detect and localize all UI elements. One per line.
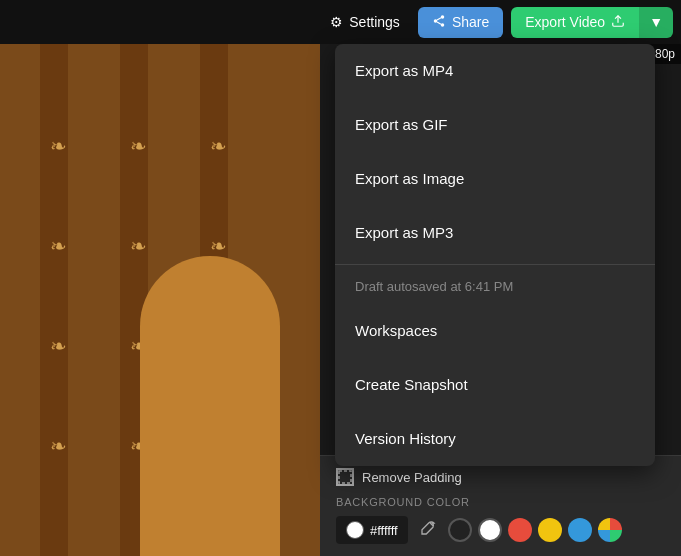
- swatch-black[interactable]: [448, 518, 472, 542]
- export-video-button[interactable]: Export Video: [511, 7, 639, 38]
- dropdown-menu: Export as MP4 Export as GIF Export as Im…: [335, 44, 655, 466]
- eyedropper-icon: [420, 522, 436, 539]
- chevron-down-icon: ▼: [649, 14, 663, 30]
- workspaces-label: Workspaces: [355, 322, 437, 339]
- gear-icon: ⚙: [330, 14, 343, 30]
- color-row: #ffffff: [336, 516, 665, 544]
- svg-point-2: [441, 23, 445, 27]
- workspaces-item[interactable]: Workspaces: [335, 304, 655, 358]
- fleur-decoration: ❧: [50, 134, 67, 158]
- fleur-decoration: ❧: [130, 234, 147, 258]
- swatch-blue[interactable]: [568, 518, 592, 542]
- bottom-right-panel: Remove Padding BACKGROUND COLOR #ffffff: [320, 455, 681, 556]
- export-video-group: Export Video ▼: [511, 7, 673, 38]
- eyedropper-button[interactable]: [416, 516, 440, 544]
- version-history-item[interactable]: Version History: [335, 412, 655, 466]
- share-icon: [432, 14, 446, 31]
- version-history-label: Version History: [355, 430, 456, 447]
- fleur-decoration: ❧: [210, 134, 227, 158]
- export-image-item[interactable]: Export as Image: [335, 152, 655, 206]
- fleur-decoration: ❧: [210, 234, 227, 258]
- export-mp4-item[interactable]: Export as MP4: [335, 44, 655, 98]
- svg-line-4: [437, 17, 441, 19]
- resolution-text: 80p: [655, 47, 675, 61]
- fleur-decoration: ❧: [130, 134, 147, 158]
- bg-color-section: BACKGROUND COLOR #ffffff: [336, 496, 665, 544]
- color-swatch: [346, 521, 364, 539]
- silhouette: [140, 256, 280, 556]
- bg-color-label: BACKGROUND COLOR: [336, 496, 665, 508]
- share-button[interactable]: Share: [418, 7, 503, 38]
- export-mp4-label: Export as MP4: [355, 62, 453, 79]
- export-video-dropdown-button[interactable]: ▼: [639, 7, 673, 38]
- canvas-area: ❧ ❧ ❧ ❧ ❧ ❧ ❧ ❧ ❧ ❧ ❧ ❧: [0, 44, 320, 556]
- export-gif-item[interactable]: Export as GIF: [335, 98, 655, 152]
- share-label: Share: [452, 14, 489, 30]
- svg-point-1: [434, 19, 438, 23]
- create-snapshot-item[interactable]: Create Snapshot: [335, 358, 655, 412]
- svg-line-3: [437, 21, 441, 23]
- stripe-decoration: [40, 44, 68, 556]
- export-mp3-item[interactable]: Export as MP3: [335, 206, 655, 260]
- fleur-decoration: ❧: [50, 434, 67, 458]
- fleur-decoration: ❧: [50, 334, 67, 358]
- fleur-decoration: ❧: [50, 234, 67, 258]
- color-preview-box[interactable]: #ffffff: [336, 516, 408, 544]
- swatch-red[interactable]: [508, 518, 532, 542]
- autosave-text: Draft autosaved at 6:41 PM: [335, 269, 655, 304]
- export-image-label: Export as Image: [355, 170, 464, 187]
- remove-padding-icon: [336, 468, 354, 486]
- top-bar: ⚙ Settings Share Export Video ▼: [0, 0, 681, 44]
- svg-rect-6: [339, 471, 351, 483]
- remove-padding-label: Remove Padding: [362, 470, 462, 485]
- settings-label: Settings: [349, 14, 400, 30]
- canvas-content: ❧ ❧ ❧ ❧ ❧ ❧ ❧ ❧ ❧ ❧ ❧ ❧: [0, 44, 320, 556]
- swatch-white[interactable]: [478, 518, 502, 542]
- export-gif-label: Export as GIF: [355, 116, 448, 133]
- color-hex-value: #ffffff: [370, 523, 398, 538]
- swatch-yellow[interactable]: [538, 518, 562, 542]
- export-mp3-label: Export as MP3: [355, 224, 453, 241]
- color-swatches: [448, 518, 622, 542]
- svg-point-0: [441, 15, 445, 18]
- remove-padding-row: Remove Padding: [336, 468, 665, 486]
- menu-separator: [335, 264, 655, 265]
- swatch-more-colors[interactable]: [598, 518, 622, 542]
- create-snapshot-label: Create Snapshot: [355, 376, 468, 393]
- upload-icon: [611, 14, 625, 31]
- settings-button[interactable]: ⚙ Settings: [320, 8, 410, 36]
- export-video-label: Export Video: [525, 14, 605, 30]
